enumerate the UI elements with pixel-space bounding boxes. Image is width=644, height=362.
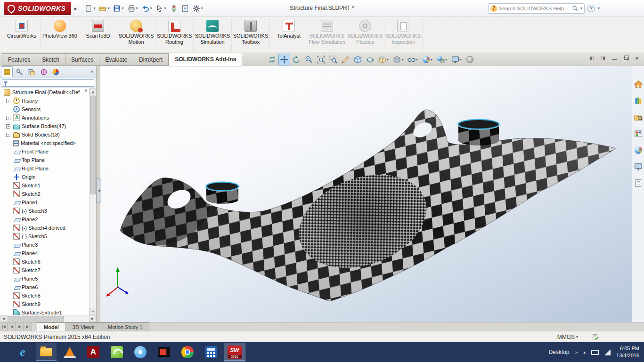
qat-select-button[interactable] bbox=[155, 3, 168, 14]
tree-root-item[interactable]: Structure Final (Default<<Def bbox=[0, 88, 89, 97]
addin-photoview-360[interactable]: PhotoView 360 bbox=[41, 18, 79, 52]
tab-3d-views[interactable]: 3D Views bbox=[66, 322, 101, 331]
dropdown-caret-icon[interactable] bbox=[201, 6, 203, 10]
qat-new-button[interactable] bbox=[83, 3, 97, 14]
tab-sketch[interactable]: Sketch bbox=[36, 53, 65, 66]
display-tray-icon[interactable] bbox=[591, 350, 599, 355]
tree-item-solid-bodies-18[interactable]: Solid Bodies(18) bbox=[0, 130, 89, 139]
addin-tolanalyst[interactable]: TolAnalyst bbox=[270, 18, 308, 52]
addin-solidworks-plastics[interactable]: SOLIDWORKS Plastics bbox=[346, 18, 384, 52]
addin-circuitworks[interactable]: CircuitWorks bbox=[3, 18, 41, 52]
solidworks-2015-taskbar-button[interactable]: SW2015 bbox=[224, 343, 245, 361]
qat-undo-button[interactable] bbox=[140, 3, 154, 14]
blue-messaging-app-taskbar-button[interactable] bbox=[130, 343, 151, 361]
tree-item-sensors[interactable]: Sensors bbox=[0, 105, 89, 113]
addin-scanto3d[interactable]: ScanTo3D bbox=[79, 18, 117, 52]
addin-solidworks-motion[interactable]: SOLIDWORKS Motion bbox=[117, 18, 155, 52]
tree-item-sketch9[interactable]: Sketch9 bbox=[0, 300, 89, 308]
tab-features[interactable]: Features bbox=[2, 53, 36, 66]
pane-expand-button[interactable] bbox=[600, 56, 606, 61]
last-tab-icon[interactable] bbox=[24, 322, 32, 331]
tree-item-top-plane[interactable]: Top Plane bbox=[0, 156, 89, 164]
dropdown-caret-icon[interactable] bbox=[445, 57, 447, 62]
addin-solidworks-toolbox[interactable]: SOLIDWORKS Toolbox bbox=[232, 18, 270, 52]
view-settings-button[interactable] bbox=[633, 161, 644, 172]
tab-dimxpert[interactable]: DimXpert bbox=[133, 53, 169, 66]
adobe-reader-taskbar-button[interactable] bbox=[83, 343, 104, 361]
view-orientation-button[interactable] bbox=[376, 54, 391, 65]
restore-button[interactable] bbox=[622, 56, 629, 61]
previous-tab-icon[interactable] bbox=[8, 322, 16, 331]
ambient-sphere-button[interactable] bbox=[464, 54, 476, 65]
addin-solidworks-simulation[interactable]: SOLIDWORKS Simulation bbox=[194, 18, 232, 52]
tv-media-app-taskbar-button[interactable] bbox=[154, 343, 174, 361]
apply-scene-button[interactable] bbox=[435, 54, 449, 65]
tree-item-plane3[interactable]: Plane3 bbox=[0, 241, 89, 249]
custom-properties-status-icon[interactable] bbox=[592, 333, 599, 340]
tree-collapse-icon[interactable] bbox=[84, 89, 87, 95]
design-library-button[interactable] bbox=[633, 96, 644, 106]
cylinder-stub-2[interactable] bbox=[457, 119, 500, 145]
previous-view-button[interactable] bbox=[291, 54, 302, 65]
green-media-app-taskbar-button[interactable] bbox=[106, 343, 127, 361]
scroll-down-icon[interactable] bbox=[90, 308, 96, 315]
zoom-to-fit-button[interactable] bbox=[315, 54, 327, 65]
dropdown-caret-icon[interactable] bbox=[401, 57, 403, 62]
menu-expand-arrow-icon[interactable] bbox=[74, 5, 81, 12]
tree-item-plane2[interactable]: Plane2 bbox=[0, 215, 89, 224]
section-view-button[interactable] bbox=[340, 54, 351, 65]
expand-icon[interactable] bbox=[6, 124, 10, 129]
tree-item-surface-bodies-47[interactable]: Surface Bodies(47) bbox=[0, 122, 89, 130]
tree-item-surface-extrude1[interactable]: Surface-Extrude1 bbox=[0, 308, 89, 315]
tray-expand-icon[interactable] bbox=[584, 350, 586, 354]
tree-item-sketch2[interactable]: Sketch2 bbox=[0, 190, 89, 198]
pan-button[interactable] bbox=[278, 54, 290, 65]
tab-surfaces[interactable]: Surfaces bbox=[65, 53, 99, 66]
help-icon[interactable] bbox=[587, 5, 595, 12]
desktop-toolbar-label[interactable]: Desktop bbox=[548, 349, 569, 355]
addin-solidworks-routing[interactable]: SOLIDWORKS Routing bbox=[155, 18, 194, 52]
tab-solidworks-add-ins[interactable]: SOLIDWORKS Add-Ins bbox=[169, 53, 242, 66]
tree-horizontal-scrollbar[interactable] bbox=[0, 315, 96, 322]
scroll-right-icon[interactable] bbox=[89, 315, 96, 322]
vlc-taskbar-button[interactable] bbox=[59, 343, 80, 361]
3d-drawing-view-button[interactable] bbox=[352, 54, 364, 65]
dropdown-caret-icon[interactable] bbox=[122, 6, 123, 10]
dropdown-caret-icon[interactable] bbox=[93, 6, 95, 10]
taskbar-clock[interactable]: 6:05 PM 13/4/2016 bbox=[616, 345, 639, 359]
scroll-left-icon[interactable] bbox=[0, 315, 7, 322]
panel-splitter[interactable] bbox=[97, 66, 100, 322]
expand-icon[interactable] bbox=[6, 133, 10, 137]
feature-tree-tab[interactable] bbox=[1, 66, 13, 77]
minimize-button[interactable] bbox=[611, 56, 618, 61]
qat-save-button[interactable] bbox=[112, 3, 125, 14]
tab-evaluate[interactable]: Evaluate bbox=[99, 53, 133, 66]
vertical-scrollbar-thumb[interactable] bbox=[90, 96, 96, 194]
tree-item-plane1[interactable]: Plane1 bbox=[0, 198, 89, 207]
internet-explorer-taskbar-button[interactable] bbox=[12, 343, 33, 361]
network-tray-icon[interactable] bbox=[604, 349, 611, 355]
scroll-up-icon[interactable] bbox=[90, 88, 96, 95]
chrome-taskbar-button[interactable] bbox=[177, 343, 198, 361]
qat-open-button[interactable] bbox=[98, 3, 111, 14]
next-tab-icon[interactable] bbox=[16, 322, 24, 331]
zoom-in-out-button[interactable] bbox=[303, 54, 315, 65]
graphics-area[interactable] bbox=[100, 66, 632, 322]
tree-item-history[interactable]: History bbox=[0, 97, 89, 105]
tree-item-material-not-specified[interactable]: Material <not specified> bbox=[0, 139, 89, 147]
edit-appearance-button[interactable] bbox=[420, 54, 434, 65]
tree-item-plane4[interactable]: Plane4 bbox=[0, 249, 89, 257]
display-manager-tab[interactable] bbox=[50, 66, 62, 77]
dropdown-caret-icon[interactable] bbox=[416, 57, 418, 62]
tree-item-sketch7[interactable]: Sketch7 bbox=[0, 266, 89, 274]
view-settings-button[interactable] bbox=[449, 54, 464, 65]
dropdown-caret-icon[interactable] bbox=[460, 57, 462, 62]
tree-filter-box[interactable] bbox=[2, 79, 94, 87]
dropdown-caret-icon[interactable] bbox=[164, 6, 166, 10]
tree-vertical-scrollbar[interactable] bbox=[89, 88, 96, 315]
dropdown-caret-icon[interactable] bbox=[107, 6, 109, 10]
custom-properties-button[interactable] bbox=[633, 178, 644, 188]
qat-file-properties-button[interactable] bbox=[180, 3, 190, 14]
tree-item-plane5[interactable]: Plane5 bbox=[0, 274, 89, 283]
zoom-to-area-button[interactable] bbox=[327, 54, 339, 65]
